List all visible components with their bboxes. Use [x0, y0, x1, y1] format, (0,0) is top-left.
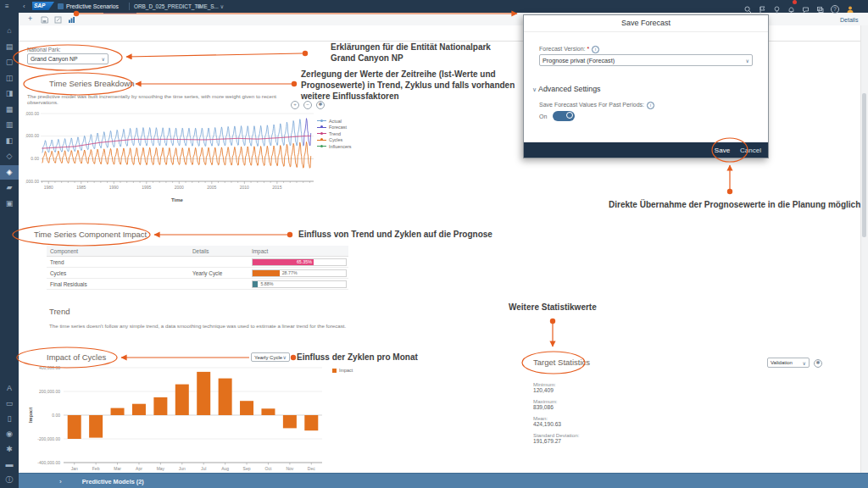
sidebar-item-processes[interactable]: ◧	[0, 134, 19, 148]
zoom-in-icon[interactable]: +	[291, 101, 299, 109]
table-row[interactable]: Trend 65.35%	[47, 257, 348, 268]
cycle-selector[interactable]: Yearly Cycle ∨	[251, 352, 290, 362]
stat-label: Mean:	[533, 415, 579, 421]
stats-settings-icon[interactable]: ✱	[814, 359, 822, 368]
save-forecast-icon[interactable]	[41, 16, 48, 24]
collaboration-icon[interactable]	[802, 6, 810, 14]
col-component: Component	[47, 248, 192, 254]
bar-Oct[interactable]	[261, 408, 275, 415]
impact-bar-fill	[253, 270, 280, 276]
bar-May[interactable]	[153, 397, 167, 415]
bar-Dec[interactable]	[304, 415, 318, 430]
svg-text:Sep: Sep	[243, 466, 251, 471]
sidebar-item-calendar[interactable]: ▣	[0, 197, 19, 211]
legend-label: Influencers	[329, 144, 351, 149]
close-tab-icon[interactable]: ⊗	[197, 3, 202, 10]
national-park-select[interactable]: Grand Canyon NP ∨	[27, 53, 108, 64]
legend-item[interactable]: Trend	[317, 130, 351, 137]
legend-item[interactable]: Influencers	[317, 143, 351, 150]
save-button[interactable]: Save	[715, 147, 730, 154]
document-tab[interactable]: ORB_D_025_PREDICT_TIME_S... ∨	[134, 3, 224, 10]
app-name: Predictive Scenarios	[66, 3, 119, 9]
svg-text:1980: 1980	[44, 185, 53, 190]
expand-chevron-icon[interactable]: ›	[59, 478, 62, 485]
sidebar-item-datasets[interactable]: ▦	[0, 103, 19, 117]
svg-text:0.00: 0.00	[52, 413, 60, 418]
search-icon[interactable]	[744, 6, 752, 14]
trend-title: Trend	[49, 307, 70, 316]
bar-Nov[interactable]	[283, 415, 297, 428]
bar-Feb[interactable]	[89, 415, 103, 438]
chevron-down-icon: ∨	[746, 58, 749, 64]
sidebar-item-media[interactable]: ▭	[0, 396, 19, 411]
add-icon[interactable]: +	[28, 14, 32, 23]
svg-text:1,000,000.00: 1,000,000.00	[25, 111, 39, 116]
discussion-icon[interactable]	[816, 6, 824, 14]
table-row[interactable]: Final Residuals 5.88%	[47, 279, 348, 290]
info-icon[interactable]: i	[647, 102, 654, 109]
chart-icon[interactable]	[68, 16, 75, 24]
back-icon[interactable]: ‹	[23, 3, 25, 10]
sidebar-item-films[interactable]: ▯	[0, 412, 19, 426]
cell-details: Yearly Cycle	[192, 270, 252, 276]
validation-selector[interactable]: Validation ∨	[767, 358, 810, 368]
bar-Jun[interactable]	[175, 385, 189, 415]
sidebar-item-analytic-applications[interactable]: ◨	[0, 86, 19, 101]
chevron-down-icon[interactable]: ∨	[220, 3, 225, 9]
table-row[interactable]: Cycles Yearly Cycle 28.77%	[47, 268, 348, 279]
notifications-bell-icon[interactable]	[787, 2, 795, 17]
sidebar-item-keyboard[interactable]: ▬	[0, 458, 19, 472]
scrollbar-thumb[interactable]	[862, 93, 866, 237]
status-bar[interactable]: › Predictive Models (2)	[19, 473, 868, 488]
legend-label: Trend	[329, 131, 341, 136]
cancel-button[interactable]: Cancel	[740, 147, 761, 154]
annotation-entity: Erklärungen für die Entität Nationalpark…	[331, 42, 491, 64]
chevron-down-icon: ∨	[803, 360, 806, 366]
notification-badge	[793, 0, 797, 4]
bar-Sep[interactable]	[240, 401, 253, 415]
bar-Apr[interactable]	[132, 404, 146, 415]
zoom-out-icon[interactable]: −	[303, 101, 312, 109]
annotation-cycles: Einfluss der Zyklen pro Monat	[297, 352, 418, 363]
sidebar-item-info[interactable]: ⓘ	[0, 473, 19, 487]
help-icon[interactable]: ?	[831, 5, 839, 14]
bar-Mar[interactable]	[111, 408, 125, 415]
past-periods-toggle[interactable]	[553, 111, 575, 121]
stat-label: Standard Deviation:	[533, 432, 579, 438]
svg-text:May: May	[157, 466, 165, 471]
legend-marker	[317, 139, 326, 141]
legend-swatch	[332, 369, 337, 373]
chart-settings-icon[interactable]: ✱	[316, 101, 325, 109]
svg-text:200,000.00: 200,000.00	[39, 389, 60, 394]
bar-Aug[interactable]	[219, 379, 232, 415]
avatar[interactable]	[846, 5, 854, 14]
flag-icon[interactable]	[759, 6, 766, 14]
export-icon[interactable]	[54, 16, 62, 24]
bar-Jan[interactable]	[68, 415, 81, 439]
forecast-version-select[interactable]: Prognose privat (Forecast) ∨	[539, 54, 753, 66]
target-stats-list: Minimum: 120,409 Maximum: 839,086 Mean: …	[533, 381, 579, 444]
legend-item[interactable]: Cycles	[317, 137, 351, 144]
advanced-settings-toggle[interactable]: ∨ Advanced Settings	[532, 85, 600, 93]
legend-item[interactable]: Forecast	[317, 125, 351, 131]
details-link[interactable]: Details	[840, 17, 858, 23]
navigation-sidebar: ⌂▤▢◫◨▦▥◧◇◈▰▣A▭▯◉✱▬ⓘ	[0, 0, 19, 488]
legend-item[interactable]: Actual	[317, 118, 351, 125]
sidebar-item-boardroom[interactable]: ◫	[0, 71, 19, 86]
sidebar-item-settings[interactable]: ✱	[0, 442, 19, 457]
sidebar-item-files[interactable]: ▤	[0, 40, 19, 54]
sidebar-item-data-changes[interactable]: ▰	[0, 180, 19, 195]
lightbulb-icon[interactable]	[773, 6, 781, 14]
validation-value: Validation	[771, 360, 793, 365]
sidebar-item-stories[interactable]: ▢	[0, 55, 19, 69]
sidebar-item-formatting[interactable]: A	[0, 381, 19, 396]
sidebar-item-connections[interactable]: ◇	[0, 149, 19, 164]
sidebar-item-predictive-scenarios[interactable]: ◈	[0, 165, 19, 180]
sidebar-item-profile[interactable]: ◉	[0, 427, 19, 441]
bar-Jul[interactable]	[197, 372, 210, 415]
sidebar-item-modeler[interactable]: ▥	[0, 118, 19, 132]
menu-icon[interactable]: ≡	[5, 3, 9, 10]
sidebar-item-home[interactable]: ⌂	[0, 24, 19, 38]
info-icon[interactable]: i	[592, 46, 599, 53]
dialog-footer: Save Cancel	[524, 142, 768, 158]
